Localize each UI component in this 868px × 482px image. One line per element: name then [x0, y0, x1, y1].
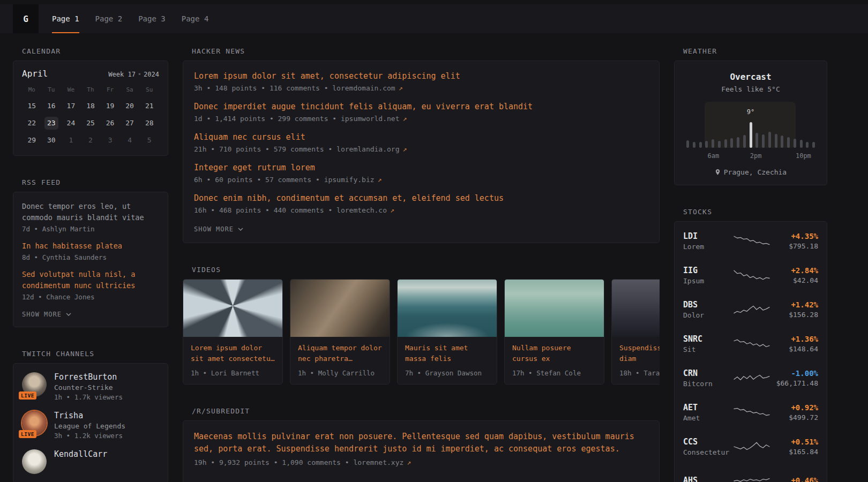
rss-item[interactable]: Sed volutpat nulla nisl, a condimentum n…: [22, 269, 159, 301]
rss-item-title[interactable]: Donec tempor eros leo, ut commodo mauris…: [22, 201, 159, 223]
temp-bar: [699, 142, 702, 148]
calendar-day-header: We: [61, 86, 81, 95]
reddit-post-meta-text: 19h • 9,932 points • 1,090 comments • lo…: [194, 458, 403, 466]
calendar-grid: Mo Tu We Th Fr Sa Su 15 16 17 18 19 20 2…: [22, 86, 159, 147]
stock-row[interactable]: IIG Ipsum +2.84% $42.04: [683, 258, 818, 292]
calendar-day: 22: [22, 117, 42, 130]
calendar-day-next-month: 1: [61, 134, 81, 147]
news-item: Donec imperdiet augue tincidunt felis al…: [194, 101, 648, 123]
rss-item[interactable]: In hac habitasse platea 8d • Cynthia Sau…: [22, 240, 159, 261]
sparkline-graph: [734, 268, 770, 282]
external-link-icon[interactable]: ↗: [407, 458, 411, 466]
news-title-link[interactable]: Integer eget rutrum lorem: [194, 162, 648, 174]
tab-page-1[interactable]: Page 1: [44, 4, 87, 33]
stock-row[interactable]: AHS +0.46%: [683, 464, 818, 482]
rss-item-meta: 8d • Cynthia Saunders: [22, 253, 159, 261]
app-logo[interactable]: G: [13, 4, 39, 33]
rss-show-more-button[interactable]: SHOW MORE: [22, 308, 71, 321]
channel-name[interactable]: KendallCarr: [54, 449, 107, 459]
calendar-header: April Week 17•2024: [22, 69, 159, 79]
channel-game: League of Legends: [54, 422, 125, 430]
stock-ticker: SNRC: [683, 334, 734, 344]
calendar-day: 28: [139, 117, 159, 130]
news-title-link[interactable]: Aliquam nec cursus elit: [194, 132, 648, 143]
external-link-icon[interactable]: ↗: [399, 84, 403, 92]
channel-name[interactable]: ForrestBurton: [54, 372, 123, 382]
twitch-channel[interactable]: LIVE Trisha League of Legends 3h • 1.2k …: [22, 411, 159, 440]
video-thumbnail[interactable]: [505, 280, 604, 337]
stock-price: $795.18: [771, 242, 818, 250]
external-link-icon[interactable]: ↗: [403, 145, 407, 153]
stock-row[interactable]: SNRC Sit +1.36% $148.64: [683, 327, 818, 361]
stock-change: +2.84%: [771, 266, 818, 275]
stock-row[interactable]: DBS Dolor +1.42% $156.28: [683, 292, 818, 327]
show-more-label: SHOW MORE: [194, 225, 234, 233]
rss-item-title[interactable]: Sed volutpat nulla nisl, a condimentum n…: [22, 269, 159, 291]
tab-page-3[interactable]: Page 3: [130, 4, 174, 33]
external-link-icon[interactable]: ↗: [390, 206, 394, 214]
news-title-link[interactable]: Donec enim nibh, condimentum et accumsan…: [194, 193, 648, 204]
external-link-icon[interactable]: ↗: [403, 115, 407, 123]
news-title-link[interactable]: Lorem ipsum dolor sit amet, consectetur …: [194, 71, 648, 82]
twitch-widget-title: TWITCH CHANNELS: [22, 350, 168, 358]
calendar-day-next-month: 2: [81, 134, 101, 147]
twitch-card: LIVE ForrestBurton Counter-Strike 1h • 1…: [13, 363, 168, 482]
stock-id: AHS: [683, 476, 734, 482]
calendar-day-header: Th: [81, 86, 101, 95]
stock-ticker: CCS: [683, 437, 734, 447]
video-title-link[interactable]: Aliquam tempor dolor nec pharetra…: [298, 343, 382, 364]
stock-change: +1.42%: [771, 300, 818, 309]
time-label: 2pm: [750, 152, 762, 160]
stock-id: LDI Lorem: [683, 231, 734, 251]
video-title-link[interactable]: Suspendisse diam: [619, 343, 660, 364]
temp-bar: [712, 139, 714, 148]
video-card[interactable]: Nullam posuere cursus ex 17h • Stefan Co…: [504, 279, 604, 385]
stock-row[interactable]: CRN Bitcorn -1.00% $66,171.48: [683, 361, 818, 395]
video-card[interactable]: Aliquam tempor dolor nec pharetra… 1h • …: [290, 279, 390, 385]
video-card[interactable]: Mauris sit amet massa felis 7h • Grayson…: [397, 279, 497, 385]
channel-info: KendallCarr: [54, 449, 107, 459]
stock-id: IIG Ipsum: [683, 266, 734, 285]
video-thumbnail[interactable]: [398, 280, 497, 337]
rss-card: Donec tempor eros leo, ut commodo mauris…: [13, 192, 168, 327]
stock-sparkline: [734, 303, 771, 317]
rss-item[interactable]: Donec tempor eros leo, ut commodo mauris…: [22, 201, 159, 233]
video-title-link[interactable]: Lorem ipsum dolor sit amet consectetu…: [191, 343, 275, 364]
tab-page-2[interactable]: Page 2: [87, 4, 131, 33]
stock-values: +4.35% $795.18: [771, 232, 818, 250]
rss-widget-title: RSS FEED: [22, 178, 168, 186]
stock-name: Amet: [683, 414, 734, 422]
temp-bar: [794, 139, 796, 148]
stock-values: +0.46%: [771, 476, 818, 482]
external-link-icon[interactable]: ↗: [378, 176, 382, 184]
video-body: Mauris sit amet massa felis 7h • Grayson…: [398, 337, 497, 384]
video-thumbnail[interactable]: [183, 280, 282, 337]
calendar-day: 18: [81, 100, 101, 112]
video-card[interactable]: Lorem ipsum dolor sit amet consectetu… 1…: [183, 279, 283, 385]
calendar-day-next-month: 5: [139, 134, 159, 147]
video-title-link[interactable]: Nullam posuere cursus ex: [512, 343, 596, 364]
stock-change: +0.51%: [771, 438, 818, 446]
tab-page-4[interactable]: Page 4: [174, 4, 217, 33]
twitch-channel[interactable]: LIVE ForrestBurton Counter-Strike 1h • 1…: [22, 372, 159, 401]
video-thumbnail[interactable]: [612, 280, 660, 337]
location-text: Prague, Czechia: [724, 168, 787, 176]
video-card[interactable]: Suspendisse diam 18h • Tara: [611, 279, 660, 385]
temp-bar: [743, 135, 746, 148]
temp-bar: [806, 142, 809, 148]
video-title-link[interactable]: Mauris sit amet massa felis: [405, 343, 489, 364]
news-title-link[interactable]: Donec imperdiet augue tincidunt felis al…: [194, 101, 648, 112]
twitch-channel[interactable]: KendallCarr: [22, 449, 159, 474]
video-meta: 7h • Grayson Dawson: [405, 369, 489, 377]
video-thumbnail[interactable]: [290, 280, 390, 337]
stock-row[interactable]: CCS Consectetur +0.51% $165.84: [683, 430, 818, 464]
stock-row[interactable]: AET Amet +0.92% $499.72: [683, 395, 818, 430]
channel-name[interactable]: Trisha: [54, 411, 125, 420]
stock-id: AET Amet: [683, 403, 734, 422]
reddit-post-title-link[interactable]: Maecenas mollis pulvinar erat non posuer…: [194, 431, 648, 455]
stock-row[interactable]: LDI Lorem +4.35% $795.18: [683, 224, 818, 258]
temp-bar: [812, 142, 815, 148]
hacker-news-widget-title: HACKER NEWS: [192, 47, 660, 55]
rss-item-title[interactable]: In hac habitasse platea: [22, 240, 159, 252]
news-show-more-button[interactable]: SHOW MORE: [194, 223, 243, 236]
